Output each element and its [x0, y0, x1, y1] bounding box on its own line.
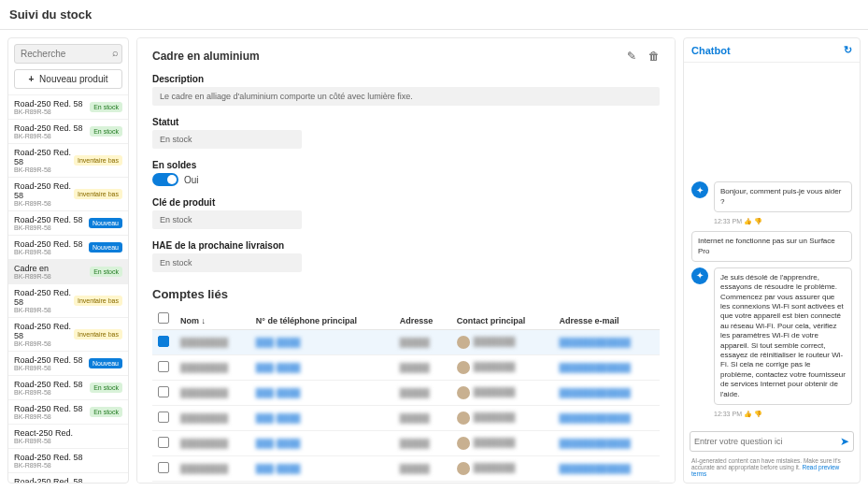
hae-value: En stock [152, 253, 302, 272]
statut-value: En stock [152, 130, 302, 149]
product-name: Road-250 Red. 58 [14, 355, 89, 365]
avatar-icon [457, 336, 470, 349]
cell-name: ████████ [180, 439, 228, 448]
col-email[interactable]: Adresse e-mail [553, 309, 660, 330]
row-checkbox[interactable] [158, 336, 169, 347]
status-badge: En stock [90, 267, 122, 277]
table-row[interactable]: ████████ ███-████ █████ ███████ ████████… [152, 355, 660, 381]
row-checkbox[interactable] [158, 386, 169, 397]
product-sku: BK-R89R-58 [14, 413, 90, 420]
row-checkbox[interactable] [158, 462, 169, 473]
soldes-value: Oui [184, 175, 199, 185]
bot-message: ✦ Bonjour, comment puis-je vous aider ? [691, 181, 852, 212]
product-list-item[interactable]: Road-250 Red. 58 BK-R89R-58 En stock [8, 399, 128, 424]
product-list-item[interactable]: Road-250 Red. 58 BK-R89R-58 Inventaire b… [8, 317, 128, 351]
new-product-button[interactable]: + Nouveau produit [14, 69, 122, 89]
table-row[interactable]: ████████ ███-████ █████ ███████ ████████… [152, 330, 660, 355]
product-list-item[interactable]: React-250 Red. BK-R89R-58 [8, 424, 128, 448]
status-badge: En stock [90, 407, 122, 417]
product-list-item[interactable]: Road-250 Red. 58 BK-R89R-58 En stock [8, 375, 128, 399]
bot-msg-1: Bonjour, comment puis-je vous aider ? [714, 181, 852, 212]
product-name: Road-250 Red. 58 [14, 404, 90, 413]
refresh-icon[interactable]: ↻ [844, 44, 852, 56]
search-icon[interactable]: ⌕ [112, 47, 119, 58]
search-input[interactable] [14, 44, 122, 64]
chat-disclaimer: AI-generated content can have mistakes. … [684, 457, 860, 483]
product-list-item[interactable]: Road-250 Red. 58 BK-R89R-58 Inventaire b… [8, 283, 128, 317]
statut-label: Statut [152, 117, 660, 127]
linked-accounts-table: Nom ↓ N° de téléphone principal Adresse … [152, 309, 660, 482]
product-name: Road-250 Red. 58 [14, 288, 74, 307]
avatar-icon [457, 361, 470, 374]
cell-email: ████████████ [559, 363, 631, 372]
cell-contact: ███████ [474, 412, 516, 422]
bot-message-2: ✦ Je suis désolé de l'apprendre, essayon… [691, 267, 852, 405]
delete-icon[interactable]: 🗑 [648, 50, 660, 63]
product-list-item[interactable]: Road-250 Red. 58 BK-R89R-58 Nouveau [8, 235, 128, 259]
product-list-item[interactable]: Road-250 Red. 58 BK-R89R-58 Nouveau [8, 351, 128, 375]
status-badge: En stock [90, 383, 122, 393]
send-icon[interactable]: ➤ [840, 435, 849, 448]
cell-address: █████ [400, 388, 430, 397]
hae-label: HAE de la prochaine livraison [152, 240, 660, 251]
edit-icon[interactable]: ✎ [627, 50, 636, 63]
cell-email: ████████████ [559, 464, 631, 473]
product-list-item[interactable]: Road-250 Red. 58 BK-R89R-58 [8, 448, 128, 472]
status-badge: Inventaire bas [74, 155, 122, 166]
cell-address: █████ [400, 413, 430, 423]
col-checkbox[interactable] [152, 309, 175, 330]
product-sku: BK-R89R-58 [14, 438, 122, 444]
table-row[interactable]: ████████ ███-████ █████ ███████ ████████… [152, 456, 660, 482]
cell-contact: ███████ [474, 387, 516, 397]
cell-phone: ███-████ [256, 388, 301, 397]
avatar-icon [457, 412, 470, 425]
table-row[interactable]: ████████ ███-████ █████ ███████ ████████… [152, 431, 660, 456]
product-list-item[interactable]: Road-250 Red. 58 BK-R89R-58 Nouveau [8, 210, 128, 235]
row-checkbox[interactable] [158, 361, 169, 372]
chat-body: ✦ Bonjour, comment puis-je vous aider ? … [684, 63, 860, 426]
product-sku: BK-R89R-58 [14, 133, 90, 139]
product-sku: BK-R89R-58 [14, 200, 74, 207]
cell-contact: ███████ [474, 362, 516, 371]
page-title: Suivi du stock [0, 0, 868, 30]
col-phone[interactable]: N° de téléphone principal [250, 309, 394, 330]
cell-contact: ███████ [474, 438, 516, 447]
product-list-item[interactable]: Cadre en BK-R89R-58 En stock [8, 259, 128, 283]
cell-phone: ███-████ [256, 413, 301, 423]
description-label: Description [152, 74, 660, 84]
product-sku: BK-R89R-58 [14, 365, 89, 371]
cell-name: ████████ [180, 388, 228, 397]
chatbot-title: Chatbot [691, 45, 731, 56]
cell-address: █████ [400, 439, 430, 448]
product-list-item[interactable]: Road-250 Red. 58 BK-R89R-58 Inventaire b… [8, 177, 128, 210]
product-list-item[interactable]: Road-250 Red. 58 BK-R89R-58 [8, 472, 128, 483]
row-checkbox[interactable] [158, 412, 169, 423]
product-sku: BK-R89R-58 [14, 307, 74, 313]
cell-name: ████████ [180, 413, 228, 423]
table-row[interactable]: ████████ ███-████ █████ ███████ ████████… [152, 406, 660, 431]
product-name: Road-250 Red. 58 [14, 181, 74, 200]
col-contact[interactable]: Contact principal [451, 309, 554, 330]
soldes-toggle[interactable] [152, 173, 178, 186]
product-sku: BK-R89R-58 [14, 224, 89, 231]
col-name[interactable]: Nom ↓ [175, 309, 250, 330]
product-list-item[interactable]: Road-250 Red. 58 BK-R89R-58 En stock [8, 119, 128, 143]
cell-email: ████████████ [559, 338, 631, 347]
chat-input[interactable] [694, 437, 840, 446]
search-input-wrap: ⌕ [14, 44, 122, 64]
cell-email: ████████████ [559, 413, 631, 423]
product-list-item[interactable]: Road-250 Red. 58 BK-R89R-58 Inventaire b… [8, 143, 128, 177]
cell-contact: ███████ [474, 337, 516, 346]
col-address[interactable]: Adresse [394, 309, 451, 330]
cell-email: ████████████ [559, 388, 631, 397]
plus-icon: + [28, 74, 34, 84]
row-checkbox[interactable] [158, 437, 169, 448]
product-name: Road-250 Red. 58 [14, 477, 122, 483]
cell-address: █████ [400, 338, 430, 347]
table-row[interactable]: ████████ ███-████ █████ ███████ ████████… [152, 381, 660, 406]
msg-meta-2: 12:33 PM 👍 👎 [691, 411, 852, 418]
status-badge: Nouveau [89, 218, 122, 228]
status-badge: Inventaire bas [74, 296, 122, 306]
product-list-item[interactable]: Road-250 Red. 58 BK-R89R-58 En stock [8, 94, 128, 119]
detail-title: Cadre en aluminium [152, 50, 260, 63]
